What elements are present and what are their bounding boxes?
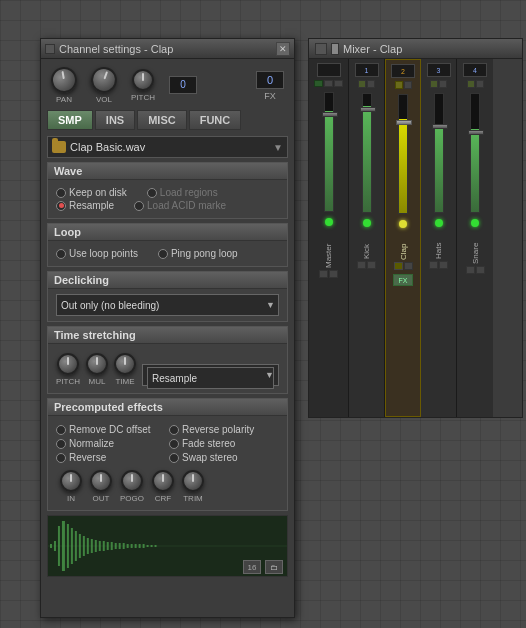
load-acid-option[interactable]: Load ACID marke xyxy=(134,200,226,211)
waveform-zoom-btn[interactable]: 16 xyxy=(243,560,261,574)
waveform-area[interactable]: 16 🗀 xyxy=(47,515,288,577)
ts-mul-knob[interactable] xyxy=(86,353,108,375)
master-btn-1[interactable] xyxy=(314,80,323,87)
remove-dc-check[interactable] xyxy=(56,425,66,435)
master-btn-row xyxy=(314,80,343,87)
tab-misc[interactable]: MISC xyxy=(137,110,187,130)
clap-channel: 2 Clap FX xyxy=(385,59,421,417)
time-stretching-content: PITCH MUL TIME Resample Stretch ▼ xyxy=(48,344,287,393)
snare-fader-fill xyxy=(471,129,479,212)
hats-bottom-btn-1[interactable] xyxy=(429,261,438,269)
hats-ins-2[interactable] xyxy=(439,80,447,88)
trim-knob[interactable] xyxy=(182,470,204,492)
reverse-polarity-option[interactable]: Reverse polarity xyxy=(169,424,279,435)
svg-rect-2 xyxy=(50,544,52,548)
swap-stereo-option[interactable]: Swap stereo xyxy=(169,452,279,463)
file-name: Clap Basic.wav xyxy=(70,141,269,153)
use-loop-points-option[interactable]: Use loop points xyxy=(56,248,138,259)
clap-bottom-btn-2[interactable] xyxy=(404,262,413,270)
close-button[interactable]: ✕ xyxy=(276,42,290,56)
fx-display[interactable]: 0 xyxy=(256,71,284,89)
kick-bottom-btn-2[interactable] xyxy=(367,261,376,269)
load-acid-radio[interactable] xyxy=(134,201,144,211)
waveform-folder-btn[interactable]: 🗀 xyxy=(265,560,283,574)
keep-on-disk-radio[interactable] xyxy=(56,188,66,198)
ts-time-knob[interactable] xyxy=(114,353,136,375)
tab-ins[interactable]: INS xyxy=(95,110,135,130)
master-fader-knob[interactable] xyxy=(322,112,338,117)
resample-radio[interactable] xyxy=(56,201,66,211)
reverse-polarity-check[interactable] xyxy=(169,425,179,435)
snare-bottom-btn-1[interactable] xyxy=(466,266,475,274)
master-bottom-btn-2[interactable] xyxy=(329,270,338,278)
pitch-label: PITCH xyxy=(131,93,155,102)
svg-rect-11 xyxy=(87,538,89,554)
ping-pong-option[interactable]: Ping pong loop xyxy=(158,248,238,259)
load-regions-option[interactable]: Load regions xyxy=(147,187,218,198)
in-knob[interactable] xyxy=(60,470,82,492)
resample-option[interactable]: Resample xyxy=(56,200,114,211)
svg-rect-13 xyxy=(95,540,97,552)
clap-led xyxy=(399,220,407,228)
reverse-check[interactable] xyxy=(56,453,66,463)
svg-rect-22 xyxy=(131,544,133,548)
use-loop-points-radio[interactable] xyxy=(56,249,66,259)
load-regions-radio[interactable] xyxy=(147,188,157,198)
snare-fader-knob[interactable] xyxy=(468,130,484,135)
pitch-knob[interactable] xyxy=(132,69,154,91)
ping-pong-radio[interactable] xyxy=(158,249,168,259)
clap-ins-2[interactable] xyxy=(404,81,412,89)
svg-rect-12 xyxy=(91,539,93,553)
tab-smp[interactable]: SMP xyxy=(47,110,93,130)
clap-number-display: 2 xyxy=(391,64,415,78)
fade-stereo-option[interactable]: Fade stereo xyxy=(169,438,279,449)
kick-bottom-btn-1[interactable] xyxy=(357,261,366,269)
folder-icon xyxy=(52,141,66,153)
ts-mode-dropdown[interactable]: Resample Stretch xyxy=(147,367,274,389)
clap-fader-knob[interactable] xyxy=(396,120,412,125)
file-selector[interactable]: Clap Basic.wav ▼ xyxy=(47,136,288,158)
normalize-check[interactable] xyxy=(56,439,66,449)
hats-channel-name: Hats xyxy=(434,229,443,259)
ts-pitch-knob[interactable] xyxy=(57,353,79,375)
master-btn-2[interactable] xyxy=(324,80,333,87)
snare-bottom-btn-2[interactable] xyxy=(476,266,485,274)
reverse-option[interactable]: Reverse xyxy=(56,452,166,463)
fx-options-grid: Remove DC offset Reverse polarity Normal… xyxy=(56,421,279,466)
fade-stereo-check[interactable] xyxy=(169,439,179,449)
kick-fader-knob[interactable] xyxy=(360,107,376,112)
pogo-label: POGO xyxy=(120,494,144,503)
hats-bottom-btn-2[interactable] xyxy=(439,261,448,269)
fx-knob-row: IN OUT POGO CRF TRIM xyxy=(56,466,279,505)
pan-knob[interactable] xyxy=(49,65,79,95)
hats-fader-knob[interactable] xyxy=(432,124,448,129)
pitch-display: 0 xyxy=(169,76,197,94)
remove-dc-option[interactable]: Remove DC offset xyxy=(56,424,166,435)
tab-func[interactable]: FUNC xyxy=(189,110,242,130)
crf-knob[interactable] xyxy=(152,470,174,492)
swap-stereo-check[interactable] xyxy=(169,453,179,463)
snare-ins-1[interactable] xyxy=(467,80,475,88)
waveform-footer: 16 🗀 xyxy=(243,560,283,574)
out-knob[interactable] xyxy=(90,470,112,492)
vol-knob[interactable] xyxy=(87,63,120,96)
loop-content: Use loop points Ping pong loop xyxy=(48,241,287,266)
titlebar-icon xyxy=(45,44,55,54)
mixer-icon xyxy=(315,43,327,55)
normalize-option[interactable]: Normalize xyxy=(56,438,166,449)
clap-ins-1[interactable] xyxy=(395,81,403,89)
master-btn-3[interactable] xyxy=(334,80,343,87)
hats-ins-1[interactable] xyxy=(430,80,438,88)
master-bottom-btn-1[interactable] xyxy=(319,270,328,278)
clap-fx-button[interactable]: FX xyxy=(393,274,413,286)
kick-ins-1[interactable] xyxy=(358,80,366,88)
kick-ins-2[interactable] xyxy=(367,80,375,88)
clap-bottom-btn-1[interactable] xyxy=(394,262,403,270)
snare-ins-2[interactable] xyxy=(476,80,484,88)
keep-on-disk-option[interactable]: Keep on disk xyxy=(56,187,127,198)
pan-label: PAN xyxy=(56,95,72,104)
svg-rect-15 xyxy=(103,541,105,551)
pogo-knob[interactable] xyxy=(121,470,143,492)
svg-rect-20 xyxy=(123,543,125,549)
declicking-dropdown[interactable]: Out only (no bleeding) None Transient xyxy=(56,294,279,316)
